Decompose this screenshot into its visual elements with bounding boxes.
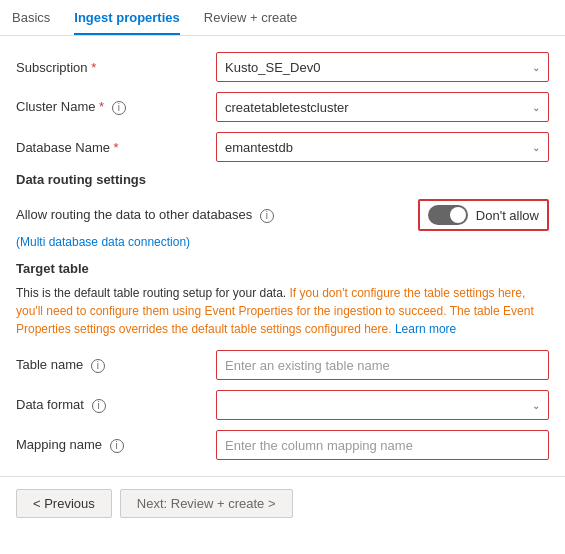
data-format-label: Data format i — [16, 397, 216, 413]
chevron-down-icon: ⌄ — [532, 62, 540, 73]
database-required: * — [114, 140, 119, 155]
table-name-info-icon[interactable]: i — [91, 359, 105, 373]
mapping-name-row: Mapping name i — [16, 430, 549, 460]
routing-info-icon[interactable]: i — [260, 209, 274, 223]
data-format-dropdown[interactable]: ⌄ — [216, 390, 549, 420]
cluster-info-icon[interactable]: i — [112, 101, 126, 115]
table-name-row: Table name i — [16, 350, 549, 380]
toggle-thumb — [450, 207, 466, 223]
cluster-dropdown[interactable]: createtabletestcluster ⌄ — [216, 92, 549, 122]
tab-ingest-properties[interactable]: Ingest properties — [74, 0, 179, 35]
cluster-name-row: Cluster Name * i createtabletestcluster … — [16, 92, 549, 122]
database-value: emantestdb — [225, 140, 293, 155]
subscription-row: Subscription * Kusto_SE_Dev0 ⌄ — [16, 52, 549, 82]
data-format-row: Data format i ⌄ — [16, 390, 549, 420]
cluster-value: createtabletestcluster — [225, 100, 349, 115]
toggle-track — [428, 205, 468, 225]
cluster-required: * — [99, 99, 104, 114]
tab-review-create[interactable]: Review + create — [204, 0, 298, 35]
target-table-heading: Target table — [16, 261, 549, 276]
mapping-name-input[interactable] — [216, 430, 549, 460]
routing-toggle-container: Don't allow — [418, 199, 549, 231]
chevron-down-icon: ⌄ — [532, 142, 540, 153]
database-dropdown[interactable]: emantestdb ⌄ — [216, 132, 549, 162]
chevron-down-icon: ⌄ — [532, 102, 540, 113]
tab-bar: Basics Ingest properties Review + create — [0, 0, 565, 36]
dont-allow-label: Don't allow — [476, 208, 539, 223]
info-normal-1: This is the default table routing setup … — [16, 286, 286, 300]
cluster-name-label: Cluster Name * i — [16, 99, 216, 115]
subscription-dropdown[interactable]: Kusto_SE_Dev0 ⌄ — [216, 52, 549, 82]
database-name-row: Database Name * emantestdb ⌄ — [16, 132, 549, 162]
subscription-value: Kusto_SE_Dev0 — [225, 60, 320, 75]
multi-db-note: (Multi database data connection) — [16, 235, 549, 249]
info-text: This is the default table routing setup … — [16, 284, 549, 338]
learn-more-link[interactable]: Learn more — [392, 322, 457, 336]
subscription-required: * — [91, 60, 96, 75]
routing-label: Allow routing the data to other database… — [16, 207, 418, 223]
routing-row: Allow routing the data to other database… — [16, 199, 549, 231]
previous-button[interactable]: < Previous — [16, 489, 112, 518]
data-format-info-icon[interactable]: i — [92, 399, 106, 413]
tab-basics[interactable]: Basics — [12, 0, 50, 35]
mapping-name-info-icon[interactable]: i — [110, 439, 124, 453]
subscription-label: Subscription * — [16, 60, 216, 75]
table-name-input[interactable] — [216, 350, 549, 380]
mapping-name-label: Mapping name i — [16, 437, 216, 453]
footer: < Previous Next: Review + create > — [0, 476, 565, 530]
next-button[interactable]: Next: Review + create > — [120, 489, 293, 518]
database-name-label: Database Name * — [16, 140, 216, 155]
data-routing-heading: Data routing settings — [16, 172, 549, 187]
routing-toggle[interactable] — [428, 205, 468, 225]
chevron-down-icon: ⌄ — [532, 400, 540, 411]
table-name-label: Table name i — [16, 357, 216, 373]
main-content: Subscription * Kusto_SE_Dev0 ⌄ Cluster N… — [0, 36, 565, 460]
